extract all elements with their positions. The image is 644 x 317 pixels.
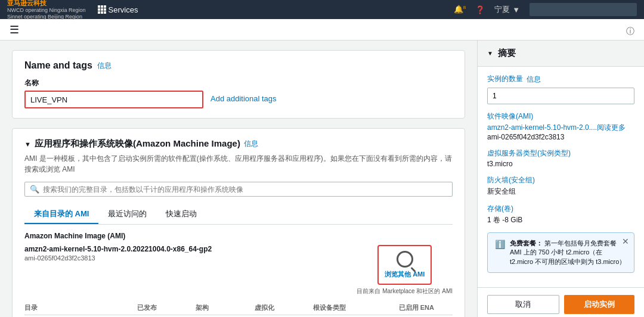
col-virt: 虚拟化: [255, 303, 308, 312]
instance-count-field: 实例的数量 信息: [487, 74, 634, 104]
right-panel: ▼ 摘要 ⓘ 实例的数量 信息 软件映像(AMI) amzn2-ami-kern…: [477, 41, 644, 317]
free-tier-info-icon: ℹ️: [495, 240, 505, 266]
ami-table-header: 目录 已发布 架构 虚拟化 根设备类型 已启用 ENA: [24, 301, 453, 315]
left-panel: Name and tags 信息 名称 Add additional tags …: [0, 41, 477, 317]
add-tags-link[interactable]: Add additional tags: [210, 91, 277, 103]
top-navigation: 亚马逊云科技 NWCD operating Ningxia Region Sin…: [0, 0, 644, 19]
browse-ami-container: 浏览其他 AMI 目前来自 Marketplace 和社区的 AMI: [357, 245, 453, 295]
magnifier-icon: [397, 251, 413, 268]
region-selector[interactable]: 宁夏 ▼: [494, 4, 520, 15]
summary-storage-field: 存储(卷) 1 卷 -8 GiB: [487, 204, 634, 225]
chevron-down-icon: ▼: [512, 5, 520, 14]
summary-instance-type-field: 虚拟服务器类型(实例类型) t3.micro: [487, 148, 634, 168]
tab-quick-start[interactable]: 快速启动: [156, 205, 206, 224]
nav-icons: 🔔8 ❓ 宁夏 ▼: [454, 3, 637, 16]
free-tier-text: 免费套餐： 第一年包括每月免费套餐 AMI 上的 750 小时 t2.micro…: [510, 239, 627, 266]
summary-header: ▼ 摘要: [478, 41, 644, 67]
instance-count-info[interactable]: 信息: [527, 74, 541, 85]
ami-card-title: ▼ 应用程序和操作系统映像(Amazon Machine Image) 信息: [24, 138, 453, 150]
name-tags-card: Name and tags 信息 名称 Add additional tags: [12, 50, 465, 119]
brand-name: 亚马逊云科技: [7, 0, 86, 7]
cancel-button[interactable]: 取消: [487, 295, 559, 314]
name-input[interactable]: [24, 91, 203, 108]
summary-ami-field: 软件映像(AMI) amzn2-ami-kernel-5.10-hvm-2.0.…: [487, 111, 634, 141]
main-area: Name and tags 信息 名称 Add additional tags …: [0, 41, 644, 317]
summary-storage-label[interactable]: 存储(卷): [487, 204, 634, 214]
free-tier-alert: ℹ️ 免费套餐： 第一年包括每月免费套餐 AMI 上的 750 小时 t2.mi…: [487, 232, 634, 273]
summary-body: 实例的数量 信息 软件映像(AMI) amzn2-ami-kernel-5.10…: [478, 67, 644, 287]
ami-id: ami-0265f042d3f2c3813: [24, 254, 349, 262]
col-arch: 架构: [196, 303, 249, 312]
ami-search-row: 🔍: [24, 182, 453, 197]
summary-ami-label[interactable]: 软件映像(AMI): [487, 111, 634, 122]
secondary-navigation: ☰: [0, 19, 644, 41]
brand-region1: NWCD operating Ningxia Region: [7, 7, 86, 14]
brand-region2: Sinnet operating Beijing Region: [7, 14, 86, 20]
brand-logo: 亚马逊云科技 NWCD operating Ningxia Region Sin…: [7, 0, 86, 20]
region-label: 宁夏: [494, 4, 510, 15]
summary-instance-type-label[interactable]: 虚拟服务器类型(实例类型): [487, 148, 634, 158]
tab-ami-catalog[interactable]: 来自目录的 AMI: [24, 205, 98, 224]
name-field-row: Add additional tags: [24, 91, 453, 108]
ami-description: AMI 是一种模板，其中包含了启动实例所需的软件配置(操作系统、应用程序服务器和…: [24, 153, 453, 175]
help-icon[interactable]: ❓: [475, 5, 485, 14]
ami-name: amzn2-ami-kernel-5.10-hvm-2.0.20221004.0…: [24, 245, 349, 253]
summary-actions: 取消 启动实例: [478, 287, 644, 317]
browse-ami-button[interactable]: 浏览其他 AMI: [377, 245, 432, 285]
summary-ami-value[interactable]: amzn2-ami-kernel-5.10-hvm-2.0....阅读更多: [487, 123, 634, 133]
collapse-icon: ▼: [487, 50, 493, 57]
name-tags-title: Name and tags 信息: [24, 60, 453, 71]
free-tier-close-button[interactable]: ✕: [622, 237, 629, 246]
summary-firewall-field: 防火墙(安全组) 新安全组: [487, 175, 634, 197]
col-catalog: 目录: [24, 303, 132, 312]
ami-search-input[interactable]: [43, 185, 447, 194]
ami-search-icon: 🔍: [30, 185, 39, 194]
launch-button[interactable]: 启动实例: [564, 295, 635, 314]
browse-ami-sublabel: 目前来自 Marketplace 和社区的 AMI: [357, 287, 453, 295]
col-ena: 已启用 ENA: [399, 303, 453, 312]
name-tags-info-link[interactable]: 信息: [97, 61, 112, 71]
summary-firewall-value: 新安全组: [487, 187, 634, 197]
summary-ami-id: ami-0265f042d3f2c3813: [487, 133, 634, 141]
summary-firewall-label[interactable]: 防火墙(安全组): [487, 175, 634, 185]
summary-title: 摘要: [498, 48, 516, 59]
bell-icon[interactable]: 🔔8: [454, 5, 466, 14]
ami-section-label: Amazon Machine Image (AMI): [24, 232, 453, 240]
ami-card: ▼ 应用程序和操作系统映像(Amazon Machine Image) 信息 A…: [12, 128, 465, 317]
browse-ami-label: 浏览其他 AMI: [385, 270, 425, 279]
col-published: 已发布: [137, 303, 191, 312]
ami-row: amzn2-ami-kernel-5.10-hvm-2.0.20221004.0…: [24, 245, 453, 295]
summary-storage-value: 1 卷 -8 GiB: [487, 215, 634, 225]
ami-info: amzn2-ami-kernel-5.10-hvm-2.0.20221004.0…: [24, 245, 349, 262]
instance-count-label: 实例的数量: [487, 74, 523, 84]
hamburger-menu[interactable]: ☰: [10, 23, 19, 36]
summary-instance-type-value: t3.micro: [487, 160, 634, 168]
ami-collapse-button[interactable]: ▼: [24, 141, 31, 148]
global-search-input[interactable]: [530, 3, 637, 16]
services-label: Services: [109, 5, 138, 14]
ami-tabs: 来自目录的 AMI 最近访问的 快速启动: [24, 205, 453, 225]
grid-icon: [98, 5, 106, 14]
services-button[interactable]: Services: [98, 5, 138, 14]
tab-recent[interactable]: 最近访问的: [98, 205, 156, 224]
col-root: 根设备类型: [313, 303, 394, 312]
ami-info-link[interactable]: 信息: [244, 139, 258, 149]
instance-count-input[interactable]: [487, 88, 634, 104]
name-field-label: 名称: [24, 78, 453, 88]
